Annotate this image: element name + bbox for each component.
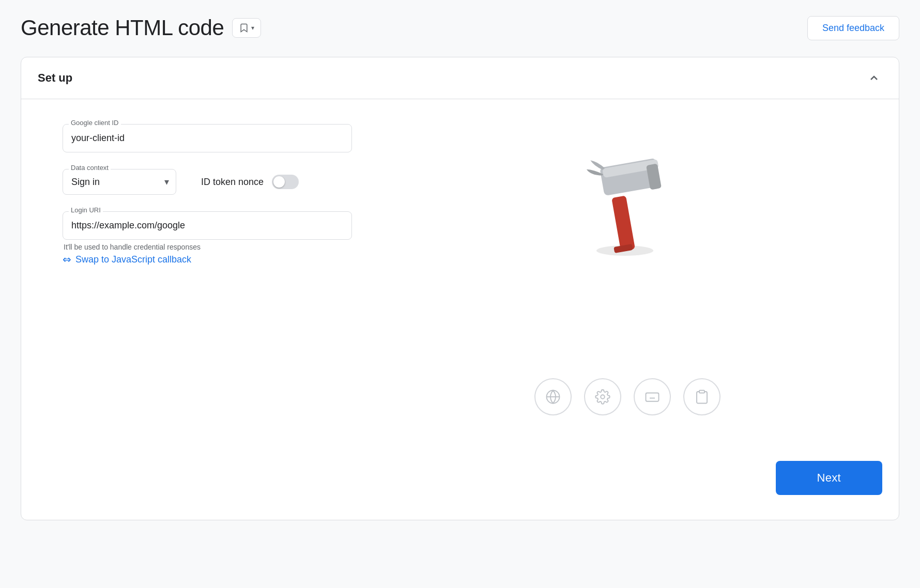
hammer-illustration (576, 134, 679, 258)
page-title: Generate HTML code (21, 16, 224, 40)
collapse-button[interactable] (866, 70, 882, 86)
bookmark-icon (239, 23, 249, 33)
chevron-up-icon (868, 72, 880, 84)
data-context-wrapper: Data context Sign in Sign up Use ▾ (63, 169, 176, 195)
card-body: Google client ID Data context Sign in Si… (21, 99, 899, 461)
data-context-row: Data context Sign in Sign up Use ▾ ID to… (63, 169, 352, 195)
svg-rect-15 (699, 391, 704, 393)
send-feedback-button[interactable]: Send feedback (807, 16, 899, 40)
id-token-toggle-group: ID token nonce (201, 175, 299, 189)
next-button[interactable]: Next (776, 461, 882, 495)
swap-arrows-icon: ⇔ (63, 253, 71, 266)
keyboard-svg-icon (645, 389, 660, 405)
bookmark-button[interactable]: ▾ (232, 18, 261, 38)
login-uri-helper-text: It'll be used to handle credential respo… (63, 243, 352, 251)
gear-svg-icon (595, 389, 610, 405)
icon-row (534, 378, 720, 415)
globe-icon-circle (534, 378, 572, 415)
form-section: Google client ID Data context Sign in Si… (63, 124, 352, 436)
login-uri-input[interactable] (63, 211, 352, 240)
client-id-label: Google client ID (69, 119, 121, 127)
swap-to-js-callback-link[interactable]: ⇔ Swap to JavaScript callback (63, 253, 352, 266)
data-context-label: Data context (69, 164, 111, 172)
login-uri-section: Login URI It'll be used to handle creden… (63, 211, 352, 266)
data-context-select[interactable]: Sign in Sign up Use (63, 169, 176, 195)
section-title: Set up (38, 71, 72, 85)
keyboard-icon-circle (634, 378, 671, 415)
svg-point-8 (601, 395, 605, 399)
swap-link-label: Swap to JavaScript callback (75, 254, 191, 265)
login-uri-label: Login URI (69, 206, 103, 214)
svg-rect-9 (646, 393, 659, 401)
globe-svg-icon (545, 389, 561, 405)
gear-icon-circle (584, 378, 621, 415)
login-uri-field-group: Login URI (63, 211, 352, 240)
card-header: Set up (21, 57, 899, 99)
page-header: Generate HTML code ▾ Send feedback (21, 16, 899, 40)
illustration-section (373, 124, 882, 436)
clipboard-svg-icon (694, 389, 710, 405)
setup-card: Set up Google client ID Data context Sig… (21, 57, 899, 520)
toggle-slider (272, 175, 299, 189)
client-id-input[interactable] (63, 124, 352, 152)
client-id-field-group: Google client ID (63, 124, 352, 152)
id-token-toggle[interactable] (272, 175, 299, 189)
illustration-top (373, 124, 882, 258)
page-header-left: Generate HTML code ▾ (21, 16, 261, 40)
chevron-down-icon: ▾ (251, 24, 254, 32)
id-token-label: ID token nonce (201, 177, 264, 188)
next-button-row: Next (21, 461, 899, 520)
clipboard-icon-circle (683, 378, 720, 415)
svg-rect-1 (611, 195, 635, 251)
